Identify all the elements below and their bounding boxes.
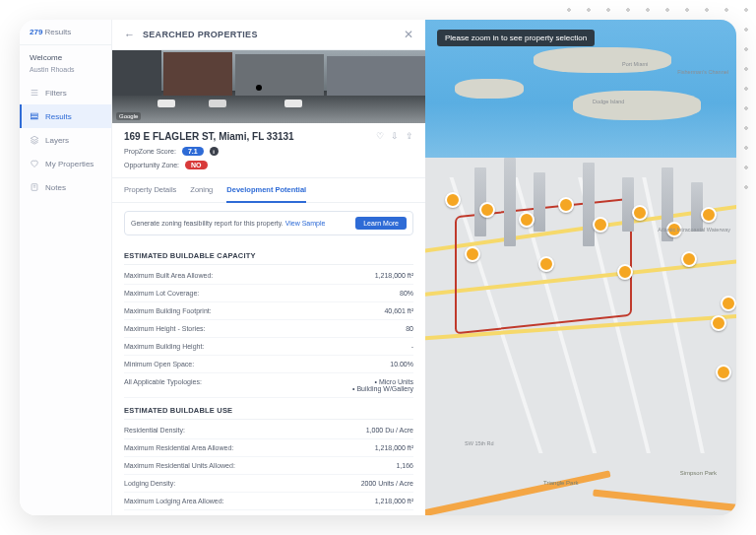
sidebar-item-layers[interactable]: Layers — [20, 128, 111, 152]
map-label-triangle: Triangle Park — [543, 480, 578, 486]
sidebar-item-label: My Properties — [45, 160, 94, 168]
row-value-list: Micro UnitsBuilding W/Gallery — [352, 378, 413, 392]
row-key: Minimum Open Space: — [124, 361, 194, 368]
data-row: Residential Density:1,000 Du / Acre — [124, 422, 413, 439]
property-actions: ♡ ⇩ ⇪ — [376, 131, 413, 141]
row-key: All Applicable Typologies: — [124, 378, 202, 392]
row-key: Maximum Built Area Allowed: — [124, 272, 213, 279]
user-name: Austin Rhoads — [20, 66, 111, 81]
data-row: Maximum Lodging Area Allowed:1,218,000 f… — [124, 493, 413, 510]
learn-more-button[interactable]: Learn More — [355, 217, 407, 230]
map-pin[interactable] — [445, 192, 461, 208]
details-scroll[interactable]: ESTIMATED BUILDABLE CAPACITY Maximum Bui… — [112, 243, 425, 515]
sidebar-item-label: Layers — [45, 136, 69, 145]
sidebar-item-label: Notes — [45, 183, 66, 192]
row-value: 1,218,000 ft² — [375, 498, 413, 504]
map-label-fish: Fisherman's Channel — [677, 69, 728, 75]
property-panel: ← SEARCHED PROPERTIES ✕ Google 169 E FLA… — [112, 20, 425, 515]
map-pin[interactable] — [632, 205, 648, 221]
close-icon[interactable]: ✕ — [404, 28, 413, 41]
row-value: 80 — [406, 325, 413, 332]
map-label-dodge: Dodge Island — [593, 99, 624, 104]
map-label-port: Port Miami — [622, 61, 648, 67]
map-pin[interactable] — [479, 202, 495, 218]
map-pin[interactable] — [681, 251, 697, 267]
map-label-simpson: Simpson Park — [680, 470, 717, 476]
layers-icon — [30, 135, 39, 145]
favorite-icon[interactable]: ♡ — [376, 131, 384, 141]
data-row: All Applicable Typologies:Micro UnitsBui… — [124, 373, 413, 398]
view-sample-link[interactable]: View Sample — [285, 220, 326, 227]
map-pin[interactable] — [721, 296, 736, 311]
data-row: Maximum Lodging Rooms Allowed:2,332 — [124, 510, 413, 515]
sidebar-item-results[interactable]: Results — [20, 104, 111, 128]
propzone-score-badge: 7.1 — [182, 147, 204, 156]
row-key: Maximum Lot Coverage: — [124, 290, 199, 297]
row-value: 80% — [400, 290, 413, 297]
row-key: Maximum Residential Area Allowed: — [124, 444, 233, 451]
sidebar-item-my-properties[interactable]: My Properties — [20, 152, 111, 175]
tab-development-potential[interactable]: Development Potential — [226, 178, 306, 203]
sidebar-item-notes[interactable]: Notes — [20, 175, 111, 199]
property-address: 169 E FLAGLER ST, Miami, FL 33131 — [124, 131, 294, 142]
street-view-image[interactable]: Google — [112, 50, 425, 123]
propzone-label: PropZone Score: — [124, 148, 176, 155]
share-icon[interactable]: ⇪ — [406, 131, 413, 141]
property-summary: 169 E FLAGLER ST, Miami, FL 33131 ♡ ⇩ ⇪ … — [112, 123, 425, 178]
sidebar-item-label: Results — [45, 112, 72, 121]
feasibility-callout: Generate zoning feasibility report for t… — [124, 211, 413, 235]
panel-title: SEARCHED PROPERTIES — [143, 30, 258, 39]
map-label-sw15: SW 15th Rd — [465, 440, 494, 446]
data-row: Maximum Building Footprint:40,601 ft² — [124, 302, 413, 320]
map-tooltip: Please zoom in to see property selection — [437, 30, 595, 46]
row-key: Lodging Density: — [124, 480, 175, 487]
row-key: Residential Density: — [124, 427, 185, 434]
map-pin[interactable] — [593, 217, 608, 233]
row-value: 40,601 ft² — [384, 307, 413, 314]
map-pin[interactable] — [519, 212, 535, 228]
download-icon[interactable]: ⇩ — [391, 131, 399, 141]
data-row: Maximum Residential Units Allowed:1,166 — [124, 457, 413, 475]
data-row: Maximum Built Area Allowed:1,218,000 ft² — [124, 267, 413, 285]
data-row: Maximum Residential Area Allowed:1,218,0… — [124, 439, 413, 457]
map-pin[interactable] — [617, 264, 633, 280]
row-key: Maximum Building Height: — [124, 343, 204, 350]
map-pin[interactable] — [701, 207, 717, 223]
section-use-title: ESTIMATED BUILDABLE USE — [124, 398, 413, 420]
row-value: 1,166 — [396, 462, 413, 469]
row-value: - — [411, 343, 413, 350]
tab-zoning[interactable]: Zoning — [190, 178, 213, 202]
back-icon[interactable]: ← — [124, 29, 135, 40]
results-count-header: 279 Results — [20, 20, 111, 45]
map-pin[interactable] — [465, 246, 480, 262]
sidebar-item-filters[interactable]: Filters — [20, 81, 111, 104]
results-count: 279 — [30, 28, 42, 36]
svg-rect-0 — [32, 113, 38, 115]
map-pin[interactable] — [716, 365, 731, 380]
tab-property-details[interactable]: Property Details — [124, 178, 176, 202]
map-pin[interactable] — [558, 197, 574, 213]
map-view[interactable]: Please zoom in to see property selection… — [425, 20, 736, 515]
map-pin[interactable] — [538, 256, 554, 272]
map-pin[interactable] — [711, 315, 726, 331]
info-icon[interactable]: i — [210, 147, 219, 156]
app-frame: 279 Results Welcome Austin Rhoads Filter… — [20, 20, 736, 515]
map-label-icw: Atlantic Intracoastal Waterway — [658, 227, 730, 233]
data-row: Lodging Density:2000 Units / Acre — [124, 475, 413, 493]
row-key: Maximum Residential Units Allowed: — [124, 462, 235, 469]
sidebar-item-label: Filters — [45, 89, 67, 98]
row-value: 1,000 Du / Acre — [366, 427, 413, 434]
data-row: Maximum Lot Coverage:80% — [124, 285, 413, 302]
row-value: 10.00% — [390, 361, 413, 368]
sliders-icon — [30, 88, 39, 98]
property-tabs: Property Details Zoning Development Pote… — [112, 178, 425, 203]
google-badge: Google — [116, 112, 141, 120]
heart-icon — [30, 159, 39, 168]
row-value: 1,218,000 ft² — [375, 272, 413, 279]
sidebar: 279 Results Welcome Austin Rhoads Filter… — [20, 20, 112, 515]
welcome-label: Welcome — [20, 45, 111, 66]
row-key: Maximum Lodging Area Allowed: — [124, 498, 224, 504]
row-value: 1,218,000 ft² — [375, 444, 413, 451]
oppzone-badge: NO — [185, 161, 208, 169]
section-capacity-title: ESTIMATED BUILDABLE CAPACITY — [124, 243, 413, 265]
